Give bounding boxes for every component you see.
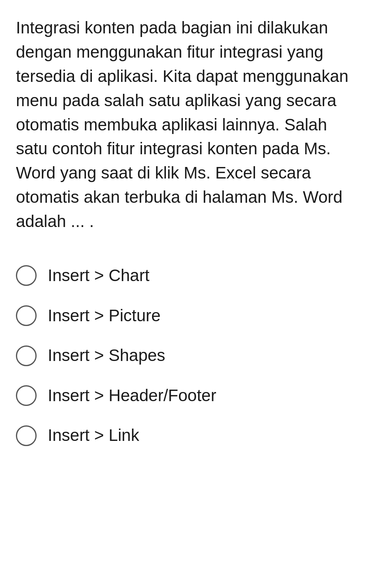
option-item-a[interactable]: Insert > Chart (16, 258, 352, 294)
option-item-c[interactable]: Insert > Shapes (16, 338, 352, 374)
radio-circle-e[interactable] (16, 425, 37, 446)
option-item-b[interactable]: Insert > Picture (16, 298, 352, 334)
option-label-e: Insert > Link (48, 425, 139, 446)
option-label-d: Insert > Header/Footer (48, 385, 216, 407)
question-text: Integrasi konten pada bagian ini dilakuk… (16, 16, 352, 234)
option-label-c: Insert > Shapes (48, 345, 165, 367)
option-label-b: Insert > Picture (48, 305, 161, 327)
options-container: Insert > ChartInsert > PictureInsert > S… (16, 258, 352, 454)
question-container: Integrasi konten pada bagian ini dilakuk… (16, 16, 352, 454)
radio-circle-d[interactable] (16, 385, 37, 406)
radio-circle-b[interactable] (16, 305, 37, 326)
option-label-a: Insert > Chart (48, 265, 150, 287)
radio-circle-a[interactable] (16, 265, 37, 286)
option-item-e[interactable]: Insert > Link (16, 417, 352, 454)
radio-circle-c[interactable] (16, 345, 37, 366)
option-item-d[interactable]: Insert > Header/Footer (16, 378, 352, 414)
